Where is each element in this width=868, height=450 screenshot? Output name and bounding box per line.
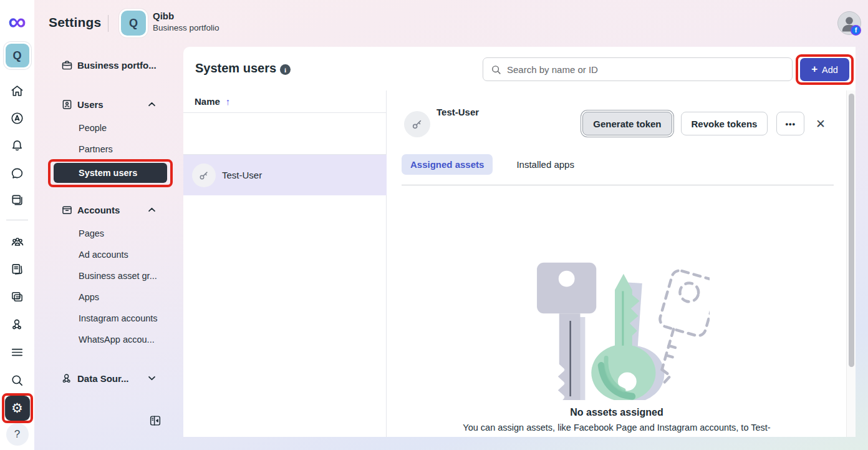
sidebar-section-data-sources[interactable]: Data Sour... xyxy=(34,369,183,388)
rail-billing-button[interactable] xyxy=(0,193,34,207)
portfolio-avatar[interactable]: Q xyxy=(121,11,146,36)
page-title: Settings xyxy=(49,15,101,30)
main-content-card: System users i Search by name or ID + Ad… xyxy=(183,47,856,437)
rail-messages-button[interactable] xyxy=(0,166,34,180)
key-icon xyxy=(198,170,210,181)
rail-home-button[interactable] xyxy=(0,84,34,98)
keys-illustration xyxy=(523,252,710,400)
rail-help-button[interactable]: ? xyxy=(0,423,34,446)
top-bar: Settings Q Qibb Business portfolio f xyxy=(34,0,868,47)
id-badge-icon xyxy=(60,98,74,111)
chevron-up-icon xyxy=(148,207,156,212)
gear-icon: ⚙ xyxy=(11,401,23,416)
rail-data-network-button[interactable] xyxy=(0,317,34,332)
sidebar-item-system-users[interactable]: System users xyxy=(54,163,167,183)
left-icon-rail: ∞ Q xyxy=(0,0,34,450)
title-divider xyxy=(108,15,109,32)
sidebar-section-label: Data Sour... xyxy=(77,373,129,384)
rail-ads-manager-button[interactable] xyxy=(0,111,34,125)
sidebar-section-accounts[interactable]: Accounts xyxy=(34,200,183,219)
hamburger-menu-icon xyxy=(10,345,24,360)
sidebar-item-business-asset-groups[interactable]: Business asset gr... xyxy=(79,271,157,281)
add-button[interactable]: + Add xyxy=(800,58,849,81)
generate-token-button[interactable]: Generate token xyxy=(582,112,672,135)
collapse-panel-icon xyxy=(148,414,162,428)
settings-sidebar: Business portfo... Users People Partners… xyxy=(34,47,183,450)
home-icon xyxy=(10,84,24,98)
plus-icon: + xyxy=(811,63,817,76)
detail-key-avatar xyxy=(404,111,430,137)
facebook-badge-icon: f xyxy=(851,25,861,36)
revoke-tokens-button[interactable]: Revoke tokens xyxy=(681,112,768,135)
rail-notifications-button[interactable] xyxy=(0,139,34,153)
detail-user-name: Test-User xyxy=(436,107,479,117)
empty-list-row xyxy=(183,113,387,155)
bell-icon xyxy=(10,139,24,153)
stacked-docs-icon xyxy=(10,193,24,207)
rail-pages-button[interactable] xyxy=(0,262,34,276)
archive-box-icon xyxy=(60,203,74,217)
rail-search-button[interactable] xyxy=(0,373,34,388)
sidebar-item-people[interactable]: People xyxy=(79,123,107,133)
rail-ads-button[interactable] xyxy=(0,290,34,304)
rail-divider xyxy=(6,220,28,220)
business-avatar-icon: Q xyxy=(6,44,29,67)
tab-installed-apps[interactable]: Installed apps xyxy=(508,154,583,175)
sort-ascending-icon: ↑ xyxy=(226,96,231,107)
people-group-icon xyxy=(10,235,25,250)
ads-layers-icon xyxy=(10,290,24,304)
portfolio-subtitle: Business portfolio xyxy=(153,23,219,32)
list-column-header[interactable]: Name ↑ xyxy=(183,90,387,113)
system-users-list: Name ↑ Test-User xyxy=(183,90,387,437)
meta-logo[interactable]: ∞ xyxy=(0,9,34,34)
scrollbar-thumb[interactable] xyxy=(849,94,854,367)
more-options-button[interactable]: ••• xyxy=(776,112,804,135)
empty-state-description: You can assign assets, like Facebook Pag… xyxy=(402,423,832,433)
section-heading: System users xyxy=(195,61,276,76)
list-item-name: Test-User xyxy=(222,170,262,180)
column-name-label: Name xyxy=(195,96,220,107)
key-icon xyxy=(411,118,423,130)
sidebar-section-label: Accounts xyxy=(77,205,120,215)
data-sources-icon xyxy=(60,372,74,385)
portfolio-name: Qibb xyxy=(153,11,174,21)
empty-state-title: No assets assigned xyxy=(402,407,832,418)
info-icon[interactable]: i xyxy=(280,64,291,75)
key-avatar xyxy=(192,164,216,187)
search-icon xyxy=(491,64,501,75)
search-placeholder: Search by name or ID xyxy=(507,64,598,75)
sidebar-section-users[interactable]: Users xyxy=(34,95,183,114)
pages-icon xyxy=(10,262,24,276)
search-input[interactable]: Search by name or ID xyxy=(483,57,793,81)
sidebar-section-label: Users xyxy=(77,99,104,110)
rail-menu-button[interactable] xyxy=(0,345,34,360)
sidebar-item-partners[interactable]: Partners xyxy=(79,144,113,154)
sidebar-item-whatsapp-accounts[interactable]: WhatsApp accou... xyxy=(79,335,155,345)
scrollbar-track[interactable] xyxy=(846,90,856,437)
sidebar-item-business-portfolio[interactable]: Business portfo... xyxy=(34,56,183,74)
briefcase-icon xyxy=(60,59,74,72)
rail-business-avatar[interactable]: Q xyxy=(0,44,34,67)
detail-tabs: Assigned assets Installed apps xyxy=(402,154,583,175)
detail-actions: Generate token Revoke tokens ••• ✕ xyxy=(582,112,828,135)
chat-bubble-icon xyxy=(10,166,24,180)
collapse-sidebar-button[interactable] xyxy=(148,414,162,428)
sidebar-item-apps[interactable]: Apps xyxy=(79,292,99,302)
chevron-down-icon xyxy=(148,376,156,381)
tab-assigned-assets[interactable]: Assigned assets xyxy=(402,154,493,175)
help-icon: ? xyxy=(6,423,29,446)
search-icon xyxy=(10,373,24,388)
ads-manager-icon xyxy=(10,111,24,125)
close-icon[interactable]: ✕ xyxy=(813,117,828,131)
chevron-up-icon xyxy=(148,102,156,107)
sidebar-item-instagram-accounts[interactable]: Instagram accounts xyxy=(79,313,158,323)
sidebar-item-pages[interactable]: Pages xyxy=(79,228,104,238)
rail-settings-button[interactable]: ⚙ xyxy=(0,396,34,421)
tabs-divider xyxy=(402,185,834,185)
sidebar-item-label: Business portfo... xyxy=(77,60,157,71)
add-button-label: Add xyxy=(822,65,838,75)
rail-audiences-button[interactable] xyxy=(0,235,34,250)
list-item-test-user[interactable]: Test-User xyxy=(183,155,387,195)
meta-infinity-icon: ∞ xyxy=(8,9,26,34)
sidebar-item-ad-accounts[interactable]: Ad accounts xyxy=(79,250,128,260)
